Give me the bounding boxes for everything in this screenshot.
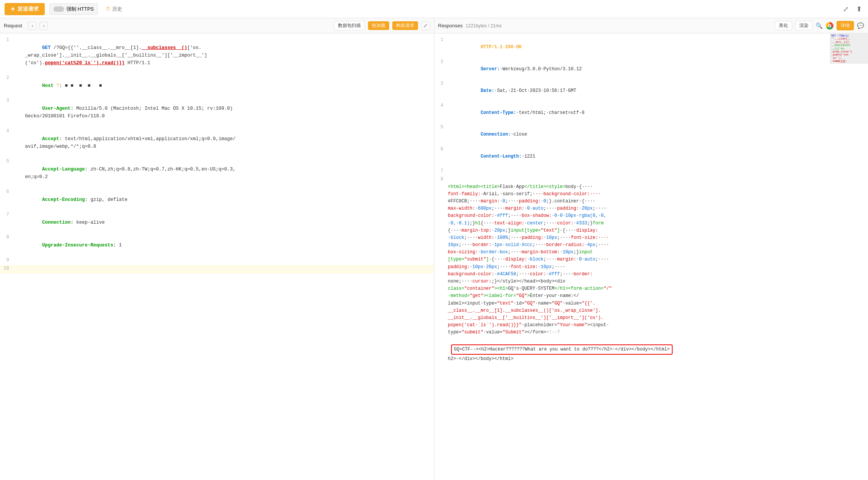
ctf-flag-box: GQ=CTF--><h2>Hacker???????What are you w…: [451, 344, 673, 355]
response-body: 1 HTTP/1.1·200·OK 2 Server:·Werkzeug/3.0…: [434, 33, 868, 480]
send-request-button[interactable]: ✈ 发送请求: [5, 3, 45, 15]
response-thumbnail: GET /?GQ={{ ''.__class__ .__mro__[1]. __…: [830, 33, 868, 64]
response-line-6: 6 Content-Length:·1221: [434, 146, 830, 168]
comment-button[interactable]: 💬: [857, 22, 864, 29]
toolbar-right: ⤢ ⬆: [841, 3, 863, 15]
history-button[interactable]: ⏱ 历史: [102, 4, 125, 14]
request-line-7: 7 Connection: keep-alive: [0, 211, 434, 234]
render-button[interactable]: 渲染: [795, 21, 813, 30]
response-code-area[interactable]: 1 HTTP/1.1·200·OK 2 Server:·Werkzeug/3.0…: [434, 33, 830, 480]
request-line-3: 3 User-Agent: Mozilla/5.0 (Macintosh; In…: [0, 97, 434, 128]
search-button[interactable]: 🔍: [816, 22, 823, 29]
request-title: Request: [4, 23, 22, 28]
response-meta: 1221bytes / 21ms: [466, 23, 502, 28]
response-line-3: 3 Date:·Sat,·21·Oct·2023·10:56:17·GMT: [434, 80, 830, 102]
request-line-10: 10: [0, 265, 434, 273]
construct-button[interactable]: 构造请求: [392, 21, 418, 30]
response-panel: Responses 1221bytes / 21ms 美化 渲染 🔍 详情 💬 …: [434, 18, 868, 480]
response-last-line: h2>·</div></body></html>: [434, 355, 830, 364]
https-label: 强制 HTTPS: [66, 6, 94, 13]
scan-button[interactable]: 数据包扫描: [334, 21, 365, 30]
toggle-switch: [53, 6, 64, 12]
request-line-9: 9: [0, 257, 434, 265]
nav-back-button[interactable]: ‹: [28, 22, 36, 30]
response-highlight-box: GQ=CTF--><h2>Hacker???????What are you w…: [434, 344, 830, 355]
response-line-8: 8 <html><head><title>Flask·App</title><s…: [434, 176, 830, 343]
request-panel-header: Request ‹ › 数据包扫描 热加载 构造请求 ⤢: [0, 18, 434, 33]
beautify-button[interactable]: 美化: [775, 21, 792, 30]
response-panel-header: Responses 1221bytes / 21ms 美化 渲染 🔍 详情 💬: [434, 18, 868, 33]
history-label: 历史: [112, 6, 122, 13]
response-line-1: 1 HTTP/1.1·200·OK: [434, 36, 830, 58]
hotload-button[interactable]: 热加载: [368, 21, 389, 30]
main-content: Request ‹ › 数据包扫描 热加载 构造请求 ⤢ 1 GET /?GQ=…: [0, 18, 868, 480]
request-code-area[interactable]: 1 GET /?GQ={{''.__class__.__mro__[1].__s…: [0, 33, 434, 480]
request-line-8: 8 Upgrade-Insecure-Requests: 1: [0, 234, 434, 257]
https-toggle[interactable]: 强制 HTTPS: [49, 3, 98, 15]
response-title: Responses: [438, 23, 463, 28]
response-line-7: 7: [434, 167, 830, 176]
request-line-5: 5 Accept-Language: zh-CN,zh;q=0.8,zh-TW;…: [0, 158, 434, 188]
request-line-1: 1 GET /?GQ={{''.__class__.__mro__[1].__s…: [0, 36, 434, 74]
send-label: 发送请求: [17, 6, 39, 13]
detail-button[interactable]: 详情: [837, 21, 854, 30]
response-line-5: 5 Connection:·close: [434, 124, 830, 146]
request-panel: Request ‹ › 数据包扫描 热加载 构造请求 ⤢ 1 GET /?GQ=…: [0, 18, 434, 480]
request-line-6: 6 Accept-Encoding: gzip, deflate: [0, 188, 434, 211]
request-line-2: 2 Host ?: ■ ■ ■ ■ ■: [0, 74, 434, 97]
send-icon: ✈: [11, 6, 15, 12]
expand-button[interactable]: ⤢: [421, 21, 430, 30]
nav-forward-button[interactable]: ›: [39, 22, 48, 30]
share-icon-button[interactable]: ⤢: [841, 3, 850, 15]
response-line-2: 2 Server:·Werkzeug/3.0.0·Python/3.10.12: [434, 58, 830, 81]
response-end-text: h2>·</div></body></html>: [448, 355, 827, 364]
toolbar: ✈ 发送请求 强制 HTTPS ⏱ 历史 ⤢ ⬆: [0, 0, 868, 18]
clock-icon: ⏱: [105, 6, 110, 12]
response-line-4: 4 Content-Type:·text/html;·charset=utf-8: [434, 102, 830, 124]
export-icon-button[interactable]: ⬆: [855, 3, 863, 15]
request-line-4: 4 Accept: text/html,application/xhtml+xm…: [0, 128, 434, 158]
ctf-flag-text: GQ=CTF--><h2>Hacker???????What are you w…: [454, 347, 670, 352]
chrome-icon[interactable]: [826, 22, 833, 30]
